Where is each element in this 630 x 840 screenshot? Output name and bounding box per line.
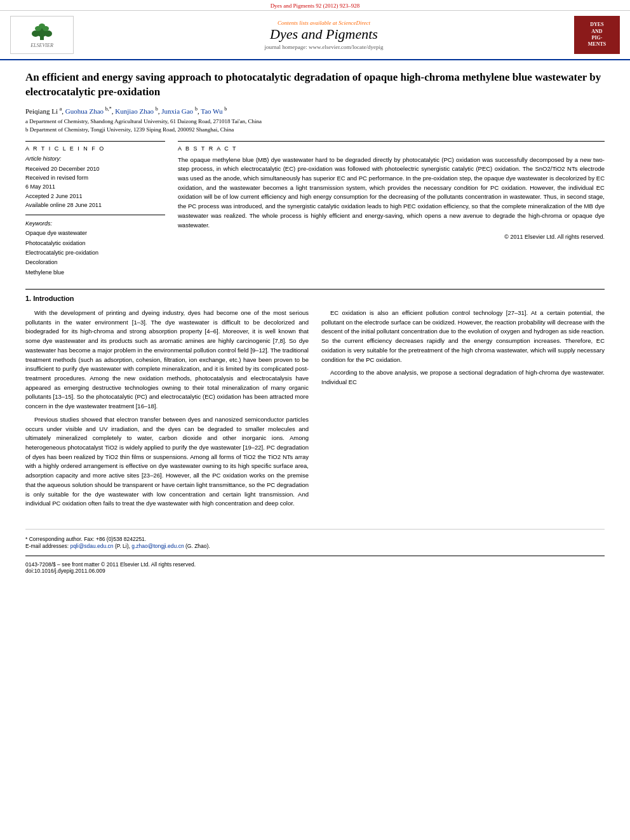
elsevier-logo: ELSEVIER (10, 16, 74, 54)
article-content: An efficient and energy saving approach … (0, 60, 630, 523)
article-title: An efficient and energy saving approach … (25, 70, 605, 100)
keyword-5: Methylene blue (25, 268, 165, 277)
journal-title: Dyes and Pigments (80, 26, 568, 43)
body-two-col: With the development of printing and dye… (25, 309, 605, 512)
affiliation-b: b Department of Chemistry, Tongji Univer… (25, 126, 605, 135)
email1-link[interactable]: pqli@sdau.edu.cn (70, 543, 113, 549)
svg-point-6 (39, 23, 45, 29)
intro-para4: According to the above analysis, we prop… (321, 368, 605, 387)
abstract-text: The opaque methylene blue (MB) dye waste… (178, 156, 605, 230)
journal-homepage: journal homepage: www.elsevier.com/locat… (80, 44, 568, 50)
svg-point-2 (32, 30, 39, 37)
corresponding-author-note: * Corresponding author. Fax: +86 (0)538 … (25, 536, 605, 542)
doi-line: doi:10.1016/j.dyepig.2011.06.009 (25, 568, 605, 574)
article-history-label: Article history: (25, 156, 165, 162)
footer: * Corresponding author. Fax: +86 (0)538 … (25, 529, 605, 574)
intro-para2: Previous studies showed that electron tr… (25, 415, 309, 509)
intro-para3: EC oxidation is also an efficient pollut… (321, 309, 605, 364)
keywords-label: Keywords: (25, 220, 165, 227)
email-addresses: E-mail addresses: pqli@sdau.edu.cn (P. L… (25, 542, 605, 550)
journal-header: ELSEVIER Contents lists available at Sci… (0, 11, 630, 60)
keyword-1: Opaque dye wastewater (25, 229, 165, 238)
email2-link[interactable]: g.zhao@tongji.edu.cn (131, 543, 184, 549)
affiliations: a Department of Chemistry, Shandong Agri… (25, 117, 605, 135)
article-info-col: A R T I C L E I N F O Article history: R… (25, 141, 165, 277)
received-revised-label: Received in revised form (25, 173, 165, 182)
revised-date: 6 May 2011 (25, 182, 165, 191)
abstract-header: A B S T R A C T (178, 145, 605, 152)
svg-point-3 (44, 30, 52, 37)
article-two-col: A R T I C L E I N F O Article history: R… (25, 141, 605, 277)
journal-header-center: Contents lists available at ScienceDirec… (80, 20, 568, 50)
introduction-section: 1. Introduction With the development of … (25, 289, 605, 512)
article-info-header: A R T I C L E I N F O (25, 145, 165, 152)
body-col-right: EC oxidation is also an efficient pollut… (321, 309, 605, 512)
section1-title: 1. Introduction (25, 295, 605, 302)
available-date: Available online 28 June 2011 (25, 201, 165, 210)
intro-para1: With the development of printing and dye… (25, 309, 309, 411)
science-direct-label: Contents lists available at ScienceDirec… (80, 20, 568, 26)
issn-line: 0143-7208/$ – see front matter © 2011 El… (25, 561, 605, 568)
journal-top-bar: Dyes and Pigments 92 (2012) 923–928 (0, 0, 630, 11)
elsevier-label: ELSEVIER (30, 43, 53, 48)
accepted-date: Accepted 2 June 2011 (25, 192, 165, 201)
keyword-4: Decoloration (25, 258, 165, 267)
keyword-3: Electrocatalytic pre-oxidation (25, 248, 165, 258)
article-authors: Peiqiang Li a, Guohua Zhao b,*, Kunjiao … (25, 106, 605, 115)
abstract-copyright: © 2011 Elsevier Ltd. All rights reserved… (178, 234, 605, 240)
body-col-left: With the development of printing and dye… (25, 309, 309, 512)
abstract-col: A B S T R A C T The opaque methylene blu… (178, 141, 605, 277)
dyepig-box: DYESANDPIG-MENTS (574, 16, 620, 54)
received-date: Received 20 December 2010 (25, 164, 165, 173)
affiliation-a: a Department of Chemistry, Shandong Agri… (25, 117, 605, 126)
keyword-2: Photocatalytic oxidation (25, 239, 165, 248)
